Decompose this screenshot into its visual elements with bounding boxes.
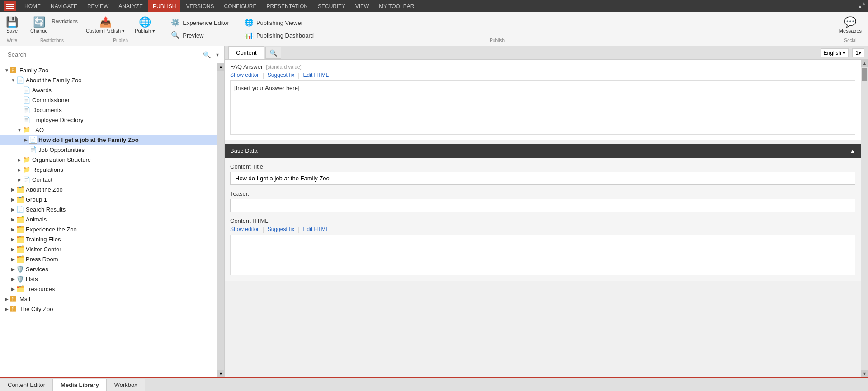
suggest-fix-link-1[interactable]: Suggest fix <box>268 72 294 79</box>
nav-view[interactable]: VIEW <box>351 0 374 12</box>
change-button[interactable]: 🔄 Change <box>26 15 52 36</box>
content-html-editor-actions: Show editor | Suggest fix | Edit HTML <box>230 226 855 235</box>
tree-label-faq: FAQ <box>32 127 44 133</box>
nav-security[interactable]: SECURITY <box>313 0 350 12</box>
tree-toggle-training-files[interactable]: ▶ <box>10 237 16 242</box>
content-scroll-up[interactable]: ▲ <box>861 60 868 67</box>
tree-toggle-search-results[interactable]: ▶ <box>10 207 16 212</box>
tree-toggle-visitor-center[interactable]: ▶ <box>10 247 16 252</box>
tree-item-group-1[interactable]: ▶ 🗂️ Group 1 <box>0 194 224 204</box>
tree-item-visitor-center[interactable]: ▶ 🗂️ Visitor Center <box>0 244 224 254</box>
version-selector[interactable]: 1▾ <box>852 48 864 57</box>
tree-toggle-regulations[interactable]: ▶ <box>16 167 23 172</box>
nav-home[interactable]: HOME <box>20 0 45 12</box>
tree-item-documents[interactable]: ▶ 📄 Documents <box>0 105 224 115</box>
tree-toggle-faq[interactable]: ▼ <box>16 127 23 132</box>
publishing-viewer-button[interactable]: 🌐 Publishing Viewer <box>241 17 318 28</box>
tree-item-job-opportunities[interactable]: ▶ 📄 Job Opportunities <box>0 145 224 155</box>
tree-toggle-experience-the-zoo[interactable]: ▶ <box>10 227 16 232</box>
publish-button[interactable]: 🌐 Publish <box>131 15 159 36</box>
show-editor-link-1[interactable]: Show editor <box>230 72 259 79</box>
tree-item-experience-the-zoo[interactable]: ▶ 🗂️ Experience the Zoo <box>0 224 224 234</box>
tree-toggle-animals[interactable]: ▶ <box>10 217 16 222</box>
hamburger-menu[interactable] <box>4 1 16 11</box>
search-button[interactable]: 🔍 <box>201 49 212 60</box>
tree-item-press-room[interactable]: ▶ 🗂️ Press Room <box>0 254 224 264</box>
nav-review[interactable]: REVIEW <box>83 0 113 12</box>
tree-toggle-about-family-zoo[interactable]: ▼ <box>10 78 16 83</box>
teaser-input[interactable] <box>230 199 855 212</box>
messages-button[interactable]: 💬 Messages <box>835 15 866 36</box>
tree-item-employee-directory[interactable]: ▶ 📄 Employee Directory <box>0 115 224 125</box>
bottom-tab-media-library[interactable]: Media Library <box>53 379 107 391</box>
messages-icon: 💬 <box>844 17 856 27</box>
ribbon-collapse-button[interactable]: ▲ <box>862 1 866 6</box>
tab-search[interactable]: 🔍 <box>265 47 281 59</box>
tree-toggle-how-do-i-get[interactable]: ▶ <box>23 137 29 142</box>
tree-toggle-resources[interactable]: ▶ <box>10 287 16 292</box>
tree-item-regulations[interactable]: ▶ 📁 Regulations <box>0 165 224 174</box>
tree-item-commissioner[interactable]: ▶ 📄 Commissioner <box>0 95 224 105</box>
tree-toggle-lists[interactable]: ▶ <box>10 277 16 282</box>
tree-toggle-family-zoo[interactable]: ▼ <box>4 68 10 73</box>
nav-publish[interactable]: PUBLISH <box>148 0 180 12</box>
tree-item-family-zoo[interactable]: ▼ 🅰 Family Zoo <box>0 65 224 75</box>
tree-item-about-the-zoo[interactable]: ▶ 🗂️ About the Zoo <box>0 184 224 194</box>
tree-item-awards[interactable]: ▶ 📄 Awards <box>0 85 224 95</box>
tree-item-contact[interactable]: ▶ 📄 Contact <box>0 174 224 184</box>
content-html-editor[interactable] <box>230 235 855 275</box>
base-data-header[interactable]: Base Data ▲ <box>225 144 861 158</box>
tree-scroll-down[interactable]: ▼ <box>217 370 224 377</box>
tree-toggle-mail[interactable]: ▶ <box>4 297 10 301</box>
bottom-tab-workbox[interactable]: Workbox <box>107 379 145 391</box>
tree-icon-job-opportunities: 📄 <box>29 146 37 153</box>
nav-presentation[interactable]: PRESENTATION <box>262 0 312 12</box>
tree-item-about-family-zoo[interactable]: ▼ 📄 About the Family Zoo <box>0 75 224 85</box>
tree-item-training-files[interactable]: ▶ 🗂️ Training Files <box>0 234 224 244</box>
nav-configure[interactable]: CONFIGURE <box>219 0 261 12</box>
tree-item-lists[interactable]: ▶ 🛡️ Lists <box>0 274 224 284</box>
tree-item-faq[interactable]: ▼ 📁 FAQ <box>0 125 224 135</box>
tree-toggle-contact[interactable]: ▶ <box>16 177 23 182</box>
faq-answer-label: FAQ Answer [standard value]: <box>225 60 861 71</box>
nav-my-toolbar[interactable]: MY TOOLBAR <box>374 0 419 12</box>
tree-item-animals[interactable]: ▶ 🗂️ Animals <box>0 214 224 224</box>
save-button[interactable]: 💾 Save <box>2 15 22 36</box>
tree-item-search-results[interactable]: ▶ 📄 Search Results <box>0 204 224 214</box>
bottom-tab-content-editor[interactable]: Content Editor <box>0 379 53 391</box>
tree-toggle-about-the-zoo[interactable]: ▶ <box>10 187 16 192</box>
search-input[interactable] <box>4 49 199 60</box>
tab-content[interactable]: Content <box>228 46 264 59</box>
nav-versions[interactable]: VERSIONS <box>181 0 218 12</box>
tree-toggle-org-structure[interactable]: ▶ <box>16 157 23 162</box>
custom-publish-button[interactable]: 📤 Custom Publish <box>82 15 129 36</box>
ribbon-publish-section: 📤 Custom Publish 🌐 Publish Publish <box>80 14 161 44</box>
nav-analyze[interactable]: ANALYZE <box>114 0 147 12</box>
tree-label-resources: _resources <box>26 286 55 292</box>
tree-label-mail: Mail <box>19 296 30 302</box>
tree-item-city-zoo[interactable]: ▶ 🅰 The City Zoo <box>0 304 224 314</box>
content-scroll-down[interactable]: ▼ <box>861 370 868 377</box>
language-selector[interactable]: English ▾ <box>821 48 849 57</box>
tree-toggle-services[interactable]: ▶ <box>10 267 16 272</box>
faq-answer-content[interactable]: [Insert your Answer here] <box>230 80 855 135</box>
edit-html-link-2[interactable]: Edit HTML <box>303 226 329 233</box>
suggest-fix-link-2[interactable]: Suggest fix <box>268 226 294 233</box>
tree-item-services[interactable]: ▶ 🛡️ Services <box>0 264 224 274</box>
tree-item-org-structure[interactable]: ▶ 📁 Organization Structure <box>0 155 224 165</box>
nav-navigate[interactable]: NAVIGATE <box>46 0 82 12</box>
show-editor-link-2[interactable]: Show editor <box>230 226 259 233</box>
tree-scroll-up[interactable]: ▲ <box>217 63 224 71</box>
tree-label-how-do-i-get: How do I get a job at the Family Zoo <box>38 137 139 143</box>
tree-item-how-do-i-get[interactable]: ▶ 📄 How do I get a job at the Family Zoo <box>0 135 224 145</box>
tree-item-mail[interactable]: ▶ 🅰 Mail <box>0 294 224 304</box>
search-dropdown-button[interactable]: ▾ <box>214 50 221 60</box>
tree-toggle-city-zoo[interactable]: ▶ <box>4 306 10 311</box>
content-title-input[interactable] <box>230 172 855 185</box>
change-label: Change <box>30 28 48 33</box>
tree-toggle-group-1[interactable]: ▶ <box>10 197 16 202</box>
tree-item-resources[interactable]: ▶ 🗂️ _resources <box>0 284 224 294</box>
tree-toggle-press-room[interactable]: ▶ <box>10 257 16 262</box>
edit-html-link-1[interactable]: Edit HTML <box>303 72 329 79</box>
experience-editor-button[interactable]: ⚙️ Experience Editor <box>167 17 233 28</box>
